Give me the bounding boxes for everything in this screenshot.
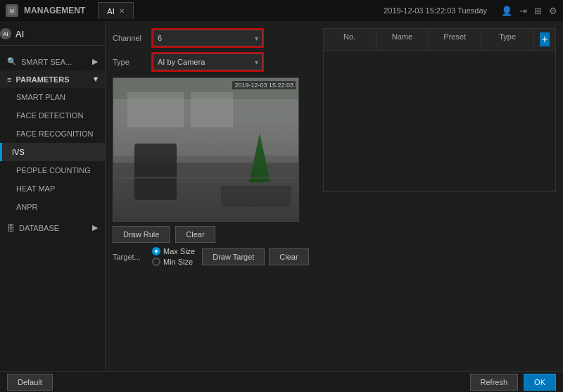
channel-row: Channel 6 ▾ bbox=[113, 28, 309, 48]
max-size-radio[interactable] bbox=[152, 247, 160, 255]
database-arrow: ▶ bbox=[92, 223, 98, 232]
face-detection-label: FACE DETECTION bbox=[16, 111, 83, 120]
tab-ai[interactable]: AI ✕ bbox=[98, 2, 133, 19]
rule-table-body bbox=[324, 51, 555, 191]
col-preset: Preset bbox=[429, 29, 481, 50]
camera-floor-line bbox=[113, 177, 298, 179]
database-label: DATABASE bbox=[19, 224, 59, 232]
rule-table-area: No. Name Preset Type + bbox=[323, 28, 556, 266]
main-layout: AI AI 🔍 SMART SEA... ▶ ≡ PARAMETERS ▾ SM… bbox=[0, 21, 563, 371]
col-type: Type bbox=[481, 29, 534, 50]
camera-window-left bbox=[127, 92, 184, 127]
sidebar: AI AI 🔍 SMART SEA... ▶ ≡ PARAMETERS ▾ SM… bbox=[0, 21, 106, 371]
target-label: Target... bbox=[113, 253, 148, 261]
clear2-button[interactable]: Clear bbox=[269, 248, 308, 265]
sidebar-item-anpr[interactable]: ANPR bbox=[0, 198, 105, 216]
app-name: MANAGEMENT bbox=[24, 6, 85, 15]
sidebar-item-face-recognition[interactable]: FACE RECOGNITION bbox=[0, 125, 105, 143]
sidebar-item-heat-map[interactable]: HEAT MAP bbox=[0, 179, 105, 198]
face-recognition-label: FACE RECOGNITION bbox=[16, 129, 93, 138]
min-size-label: Min Size bbox=[163, 258, 193, 266]
sidebar-item-face-detection[interactable]: FACE DETECTION bbox=[0, 106, 105, 125]
channel-select-wrapper: 6 ▾ bbox=[151, 28, 264, 48]
params-arrow: ▾ bbox=[94, 75, 98, 84]
settings-icon[interactable]: ⚙ bbox=[549, 6, 557, 16]
max-size-label: Max Size bbox=[163, 247, 195, 255]
titlebar-icons: 👤 ⇥ ⊞ ⚙ bbox=[501, 6, 557, 16]
top-section: Channel 6 ▾ Type AI by Camera bbox=[113, 28, 556, 266]
camera-controls: Draw Rule Clear bbox=[113, 226, 309, 243]
camera-chair bbox=[134, 144, 177, 200]
min-size-radio-item[interactable]: Min Size bbox=[152, 258, 195, 266]
sidebar-database[interactable]: 🗄 DATABASE ▶ bbox=[0, 219, 105, 236]
bottom-right: Refresh OK bbox=[470, 374, 556, 391]
sidebar-item-people-counting[interactable]: PEOPLE COUNTING bbox=[0, 161, 105, 179]
draw-rule-button[interactable]: Draw Rule bbox=[113, 226, 170, 243]
default-button[interactable]: Default bbox=[7, 374, 53, 391]
app-logo: M bbox=[6, 4, 18, 17]
ai-icon: AI bbox=[0, 28, 11, 39]
form-rows: Channel 6 ▾ Type AI by Camera bbox=[113, 28, 309, 72]
camera-desk-item bbox=[221, 186, 291, 207]
logout-icon[interactable]: ⇥ bbox=[519, 6, 527, 16]
left-panel: Channel 6 ▾ Type AI by Camera bbox=[113, 28, 309, 266]
rule-table-wrapper: No. Name Preset Type + bbox=[323, 28, 556, 192]
target-row: Target... Max Size Min Size Draw Target … bbox=[113, 247, 309, 266]
datetime: 2019-12-03 15:22:03 Tuesday bbox=[384, 6, 487, 15]
type-label: Type bbox=[113, 58, 151, 66]
title-bar: M MANAGEMENT AI ✕ 2019-12-03 15:22:03 Tu… bbox=[0, 0, 563, 21]
params-icon: ≡ bbox=[7, 75, 11, 84]
max-size-radio-item[interactable]: Max Size bbox=[152, 247, 195, 255]
camera-window-mid bbox=[191, 92, 233, 127]
database-icon: 🗄 bbox=[7, 224, 15, 232]
sidebar-parameters-header[interactable]: ≡ PARAMETERS ▾ bbox=[0, 70, 105, 88]
sidebar-item-smart-search[interactable]: 🔍 SMART SEA... ▶ bbox=[0, 53, 105, 70]
bottom-left: Default bbox=[7, 374, 53, 391]
grid-icon[interactable]: ⊞ bbox=[534, 6, 542, 16]
add-rule-button[interactable]: + bbox=[540, 32, 550, 46]
sidebar-item-ivs[interactable]: IVS bbox=[0, 143, 105, 161]
user-icon[interactable]: 👤 bbox=[501, 6, 512, 16]
col-name: Name bbox=[377, 29, 429, 50]
sidebar-smart-search-label: SMART SEA... bbox=[21, 58, 72, 66]
params-label: PARAMETERS bbox=[15, 75, 69, 84]
refresh-button[interactable]: Refresh bbox=[470, 374, 519, 391]
people-counting-label: PEOPLE COUNTING bbox=[16, 166, 91, 175]
tab-ai-label: AI bbox=[107, 7, 114, 15]
draw-target-button[interactable]: Draw Target bbox=[202, 248, 265, 265]
bottom-bar: Default Refresh OK bbox=[0, 371, 563, 392]
anpr-label: ANPR bbox=[16, 203, 38, 211]
channel-select[interactable]: 6 bbox=[153, 30, 262, 46]
col-no: No. bbox=[324, 29, 377, 50]
smart-search-arrow: ▶ bbox=[92, 57, 98, 66]
sidebar-ai-header: AI AI bbox=[0, 24, 105, 46]
smart-plan-label: SMART PLAN bbox=[16, 93, 65, 101]
camera-background bbox=[113, 78, 298, 221]
camera-timestamp: 2019-12-03 15:22:03 bbox=[232, 81, 296, 89]
content-area: Channel 6 ▾ Type AI by Camera bbox=[106, 21, 563, 371]
type-select-wrapper: AI by Camera AI by NVR ▾ bbox=[151, 52, 264, 72]
tab-bar: AI ✕ bbox=[98, 2, 378, 19]
clear-button[interactable]: Clear bbox=[175, 226, 215, 243]
rule-table-header: No. Name Preset Type + bbox=[324, 29, 555, 51]
type-row: Type AI by Camera AI by NVR ▾ bbox=[113, 52, 309, 72]
svg-text:M: M bbox=[10, 8, 14, 13]
sidebar-item-smart-plan[interactable]: SMART PLAN bbox=[0, 88, 105, 106]
min-size-radio[interactable] bbox=[152, 258, 160, 266]
type-select[interactable]: AI by Camera AI by NVR bbox=[153, 53, 262, 70]
heat-map-label: HEAT MAP bbox=[16, 184, 55, 193]
ivs-label: IVS bbox=[12, 148, 25, 156]
camera-feed: 2019-12-03 15:22:03 bbox=[113, 77, 299, 222]
tab-close-icon[interactable]: ✕ bbox=[119, 7, 125, 15]
ok-button[interactable]: OK bbox=[524, 374, 556, 391]
radio-group: Max Size Min Size bbox=[152, 247, 195, 266]
col-add: + bbox=[534, 29, 555, 50]
sidebar-ai-title: AI bbox=[15, 29, 24, 39]
channel-label: Channel bbox=[113, 34, 151, 42]
smart-search-icon: 🔍 bbox=[7, 57, 17, 66]
